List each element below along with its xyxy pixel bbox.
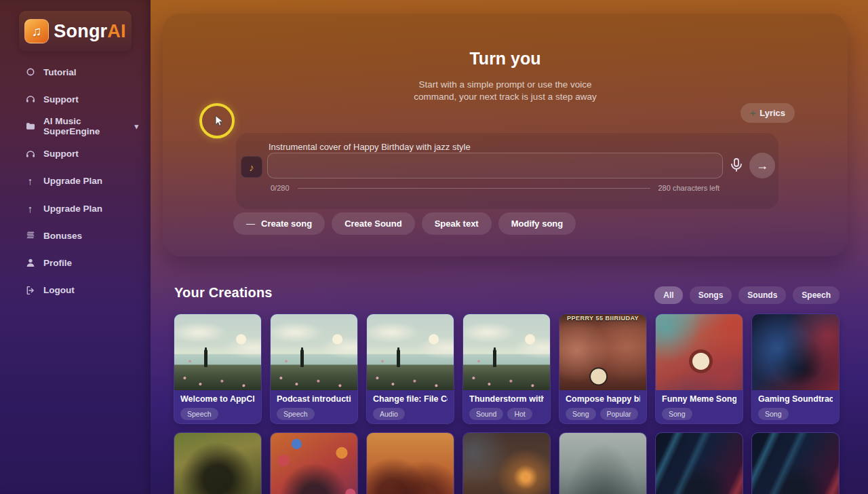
list-icon (24, 230, 36, 242)
speak-text-button[interactable]: Speak text (422, 212, 492, 235)
status-badge: Popular (600, 408, 638, 420)
badge-row: Song (758, 408, 833, 420)
filter-all[interactable]: All (654, 286, 682, 304)
arrow-up-icon: ↑ (24, 175, 36, 187)
create-sound-button[interactable]: Create Sound (332, 212, 415, 235)
hero-title: Turn you (163, 49, 848, 69)
creation-card-image (174, 433, 261, 494)
creation-card-title: Change file: File Co... (373, 394, 448, 404)
headset-icon (24, 148, 36, 159)
creation-card-image (174, 314, 261, 390)
microphone-icon (728, 156, 745, 174)
folder-icon (24, 121, 36, 132)
sidebar-item-label: AI Music SuperEngine (43, 116, 127, 136)
creation-card-title: Podcast introducti... (277, 394, 351, 404)
brand-name: SongrAI (54, 21, 125, 42)
sidebar: ♫ SongrAI Tutorial Support AI Music Supe… (0, 0, 151, 494)
sidebar-nav: Tutorial Support AI Music SuperEngine ▾ … (0, 58, 151, 304)
status-badge: Audio (373, 408, 405, 420)
create-song-button[interactable]: — Create song (233, 212, 325, 235)
creation-card-body: Podcast introducti... Speech (271, 390, 357, 420)
character-counter-row: 0/280 280 characters left (271, 184, 719, 192)
creation-card[interactable]: Thunderstorm with... Sound Hot (462, 314, 551, 424)
sidebar-item-label: Support (43, 94, 79, 104)
status-badge: Song (566, 408, 596, 420)
sidebar-item-label: Support (43, 149, 79, 159)
creation-card-title: Compose happy bir... (566, 394, 640, 404)
creation-card-title: Gaming Soundtrac... (758, 394, 833, 404)
creation-card-title: Welcome to AppCli... (180, 394, 255, 404)
creation-card-image: PPERRY 55 BIIRIUDAY (559, 314, 646, 390)
sidebar-item-upgrade-plan[interactable]: ↑ Upgrade Plan (0, 168, 151, 195)
status-badge: Speech (277, 408, 315, 420)
status-badge: Song (662, 408, 692, 420)
creation-card-image (367, 433, 454, 494)
creation-card[interactable] (751, 432, 840, 494)
creation-card[interactable]: Funny Meme Song... Song (655, 314, 743, 424)
creation-card[interactable]: Change file: File Co... Audio (366, 314, 454, 424)
app-page: ♫ SongrAI Tutorial Support AI Music Supe… (0, 0, 868, 494)
filter-songs[interactable]: Songs (690, 286, 732, 304)
sidebar-item-support-2[interactable]: Support (0, 140, 151, 168)
lyrics-button[interactable]: + Lyrics (741, 103, 795, 123)
minus-icon: — (246, 218, 255, 229)
music-note-icon: ♫ (24, 19, 49, 43)
creation-card[interactable]: PPERRY 55 BIIRIUDAY Compose happy bir...… (559, 314, 647, 424)
sidebar-item-label: Upgrade Plan (43, 204, 102, 214)
creation-card[interactable] (655, 432, 743, 494)
creation-card[interactable] (174, 432, 262, 494)
sidebar-item-profile[interactable]: Profile (0, 249, 151, 276)
music-note-button[interactable]: ♪ (241, 156, 262, 178)
creation-card[interactable] (559, 432, 647, 494)
music-note-icon: ♪ (249, 162, 254, 173)
sidebar-item-support[interactable]: Support (0, 86, 151, 113)
badge-row: Sound Hot (469, 408, 544, 420)
filter-speech[interactable]: Speech (793, 286, 840, 304)
microphone-button[interactable] (728, 156, 746, 175)
sidebar-item-label: Bonuses (43, 231, 82, 241)
modify-song-button[interactable]: Modify song (498, 212, 576, 235)
badge-row: Song (662, 408, 736, 420)
chars-left-label: 280 characters left (658, 184, 720, 192)
creation-card[interactable]: Welcome to AppCli... Speech (174, 314, 262, 424)
creation-card[interactable] (462, 432, 551, 494)
creation-card-body: Change file: File Co... Audio (367, 390, 454, 420)
creation-card-image (752, 314, 839, 390)
counter-divider (298, 188, 650, 189)
status-badge: Hot (507, 408, 532, 420)
creation-card-body: Gaming Soundtrac... Song (752, 390, 839, 420)
creation-card[interactable] (270, 432, 358, 494)
prompt-input[interactable] (267, 153, 723, 178)
badge-row: Audio (373, 408, 448, 420)
user-icon (24, 257, 36, 269)
logout-icon (24, 284, 36, 296)
send-button[interactable]: → (749, 153, 775, 178)
sidebar-item-ai-music-superengine[interactable]: AI Music SuperEngine ▾ (0, 113, 151, 140)
sidebar-item-upgrade-plan-2[interactable]: ↑ Upgrade Plan (0, 195, 151, 222)
prompt-suggestion-label: Instrumental cover of Happy Birthday wit… (269, 142, 471, 152)
lyrics-button-label: Lyrics (760, 108, 785, 118)
sidebar-item-logout[interactable]: Logout (0, 277, 151, 304)
status-badge: Song (758, 408, 789, 420)
sidebar-item-tutorial[interactable]: Tutorial (0, 58, 151, 86)
creation-card-image (463, 314, 550, 390)
creation-card-title: Thunderstorm with... (469, 394, 544, 404)
creation-card[interactable]: Gaming Soundtrac... Song (751, 314, 840, 424)
creations-filters: All Songs Sounds Speech (654, 286, 840, 304)
creation-card[interactable]: Podcast introducti... Speech (270, 314, 358, 424)
creations-grid: Welcome to AppCli... Speech Podcast intr… (174, 314, 840, 494)
creation-card-image (271, 433, 357, 494)
badge-row: Speech (180, 408, 255, 420)
creation-card-image (271, 314, 357, 390)
headset-icon (24, 94, 36, 105)
creation-card[interactable] (366, 432, 454, 494)
filter-sounds[interactable]: Sounds (738, 286, 786, 304)
hero-actions: — Create song Create Sound Speak text Mo… (233, 212, 576, 235)
app-logo[interactable]: ♫ SongrAI (19, 11, 132, 52)
sidebar-item-label: Logout (43, 285, 75, 295)
chevron-down-icon[interactable]: ▾ (134, 122, 138, 131)
plus-icon: + (750, 108, 755, 119)
sidebar-item-bonuses[interactable]: Bonuses (0, 222, 151, 249)
image-caption-text: PPERRY 55 BIIRIUDAY (559, 315, 646, 322)
creation-card-image (752, 433, 839, 494)
